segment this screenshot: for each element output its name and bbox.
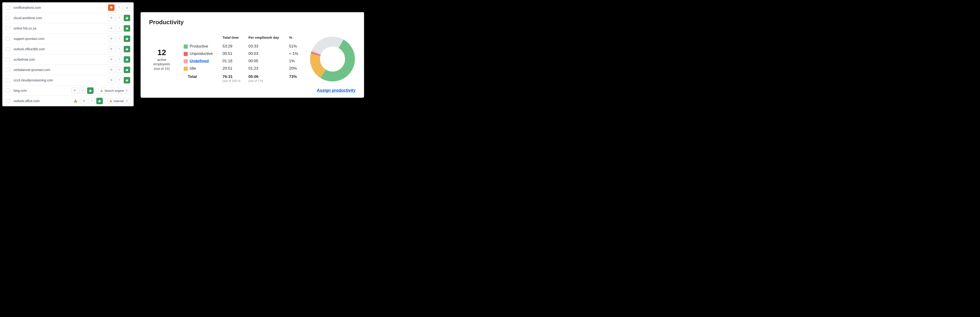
rating-group: ?	[81, 98, 103, 104]
site-checkbox[interactable]	[6, 89, 10, 93]
site-checkbox[interactable]	[6, 57, 10, 62]
site-row: cerbalancet.qcontact.com?	[3, 65, 134, 75]
thumbs-up-button[interactable]	[96, 98, 103, 104]
employees-count: 12	[149, 47, 175, 57]
legend-swatch	[184, 59, 188, 64]
rating-group: ?	[108, 56, 130, 63]
tag-remove-icon[interactable]: ✕	[125, 99, 128, 103]
tag-remove-icon[interactable]: ✕	[125, 89, 128, 92]
thumbs-down-button[interactable]	[108, 46, 115, 53]
row-per: 01:23	[246, 65, 286, 72]
total-pct: 73%	[287, 72, 302, 84]
site-checkbox[interactable]	[6, 47, 10, 51]
productivity-row-total: Total 76:31(out of 105 h) 05:06(out of 7…	[181, 72, 302, 84]
site-name: scribehow.com	[12, 57, 106, 61]
neutral-button[interactable]: ?	[116, 77, 123, 83]
neutral-button[interactable]: ?	[116, 46, 123, 53]
thumbs-up-button[interactable]	[124, 77, 130, 83]
legend-swatch	[184, 52, 188, 56]
productivity-row-unproductive: Unproductive 00:51 00:03 < 1%	[181, 50, 302, 57]
thumbs-up-button[interactable]	[124, 25, 130, 32]
thumbs-down-button[interactable]	[108, 67, 115, 73]
productivity-row-undefined: Undefined 01:18 00:05 1%	[181, 57, 302, 65]
thumbs-up-button[interactable]	[124, 15, 130, 21]
site-checkbox[interactable]	[6, 26, 10, 30]
site-row: bing.com?Search engine✕	[3, 86, 134, 96]
row-pct: 20%	[287, 65, 302, 72]
thumbs-down-button[interactable]	[108, 15, 115, 21]
svg-rect-2	[75, 100, 76, 102]
site-name: bing.com	[12, 89, 69, 92]
site-checkbox[interactable]	[6, 68, 10, 72]
neutral-button[interactable]: ?	[116, 56, 123, 63]
row-per: 00:05	[246, 57, 286, 65]
legend-swatch	[184, 45, 188, 49]
category-tag[interactable]: Internet✕	[107, 98, 130, 104]
thumbs-up-button[interactable]	[124, 35, 130, 42]
row-per: 00:03	[246, 50, 286, 57]
undefined-link[interactable]: Undefined	[189, 59, 209, 63]
row-pct: < 1%	[287, 50, 302, 57]
site-checkbox[interactable]	[6, 16, 10, 20]
site-row: online.fnb.co.za?	[3, 23, 134, 33]
category-tag[interactable]: Search engine✕	[98, 88, 130, 94]
rating-group: ?	[108, 15, 130, 21]
thumbs-up-button[interactable]	[124, 56, 130, 63]
productivity-row-idle: Idle 20:51 01:23 20%	[181, 65, 302, 72]
tag-label: Search engine	[104, 89, 124, 92]
svg-rect-1	[102, 91, 102, 91]
thumbs-up-button[interactable]	[124, 67, 130, 73]
site-row: conflictnations.com?	[3, 3, 134, 13]
thumbs-down-button[interactable]	[108, 77, 115, 83]
neutral-button[interactable]: ?	[116, 5, 123, 11]
employees-summary: 12 active employees (out of 15)	[149, 47, 175, 71]
productivity-row-productive: Productive 53:29 03:33 51%	[181, 43, 302, 50]
site-row: outlook.office365.com?	[3, 44, 134, 54]
tag-label: Internet	[114, 99, 124, 103]
site-name: ccs3.cloudprovisioning.com	[12, 78, 106, 82]
site-name: cloud.worktime.com	[12, 16, 106, 20]
thumbs-up-button[interactable]	[124, 46, 130, 53]
neutral-button[interactable]: ?	[116, 35, 123, 42]
thumbs-up-button[interactable]	[87, 88, 94, 94]
row-total: 00:51	[220, 50, 246, 57]
svg-point-7	[321, 48, 343, 70]
thumbs-down-button[interactable]	[81, 98, 87, 104]
site-row: cloud.worktime.com?	[3, 13, 134, 23]
total-per: 05:06(out of 7 h)	[246, 72, 286, 84]
col-total-time: Total time	[220, 34, 246, 43]
rating-group: ?	[108, 35, 130, 42]
total-label: Total	[181, 72, 220, 84]
rating-group: ?	[108, 67, 130, 73]
rating-group: ?	[108, 5, 130, 11]
site-checkbox[interactable]	[6, 37, 10, 41]
thumbs-up-button[interactable]	[124, 5, 130, 11]
row-label: Productive	[189, 44, 208, 48]
assign-productivity-link[interactable]: Assign productivity	[149, 88, 356, 93]
thumbs-down-button[interactable]	[72, 88, 78, 94]
productivity-panel: Productivity 12 active employees (out of…	[140, 11, 364, 98]
col-percent: %	[287, 34, 302, 43]
row-pct: 51%	[287, 43, 302, 50]
site-checkbox[interactable]	[6, 99, 10, 103]
thumbs-down-button[interactable]	[108, 35, 115, 42]
site-checkbox[interactable]	[6, 6, 10, 10]
neutral-button[interactable]: ?	[116, 25, 123, 32]
warning-icon	[74, 99, 78, 103]
thumbs-down-button[interactable]	[108, 56, 115, 63]
rating-group: ?	[108, 77, 130, 83]
thumbs-down-button[interactable]	[108, 5, 115, 11]
row-label: Idle	[189, 66, 196, 70]
productivity-donut-chart	[309, 36, 356, 82]
rating-group: ?	[72, 88, 94, 94]
rating-group: ?	[108, 25, 130, 32]
neutral-button[interactable]: ?	[116, 15, 123, 21]
neutral-button[interactable]: ?	[116, 67, 123, 73]
legend-swatch	[184, 67, 188, 71]
thumbs-down-button[interactable]	[108, 25, 115, 32]
site-checkbox[interactable]	[6, 78, 10, 82]
neutral-button[interactable]: ?	[79, 88, 86, 94]
svg-rect-0	[102, 90, 102, 91]
row-total: 53:29	[220, 43, 246, 50]
neutral-button[interactable]: ?	[89, 98, 95, 104]
